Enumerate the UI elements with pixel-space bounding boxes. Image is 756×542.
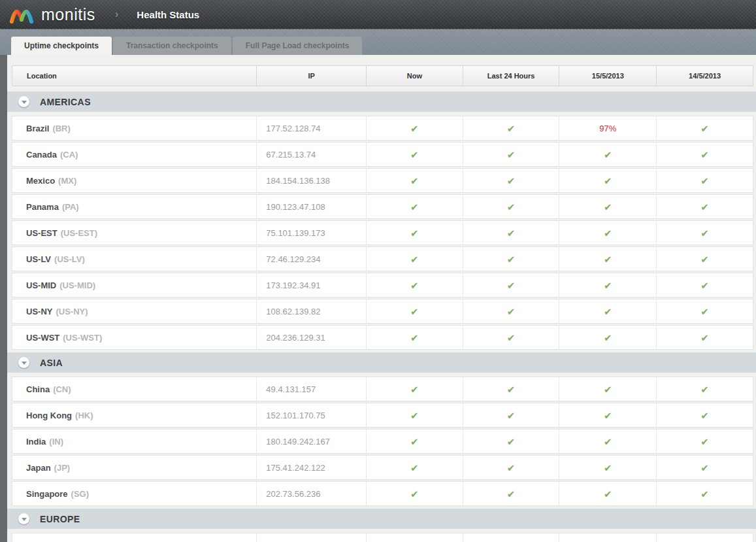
status-cell: ✔ (656, 169, 753, 192)
status-cell: ✔ (366, 456, 463, 479)
column-header-date-15-5-2013: 15/5/2013 (559, 66, 656, 86)
status-cell: ✔ (559, 377, 656, 401)
status-cell: ✔ (366, 169, 463, 192)
status-ok-check-icon: ✔ (700, 411, 709, 420)
status-cell: ✔ (559, 326, 656, 349)
status-cell: ✔ (366, 377, 463, 401)
tab-uptime-checkpoints[interactable]: Uptime checkpoints (11, 37, 112, 55)
status-ok-check-icon: ✔ (700, 202, 709, 212)
location-code: (CA) (60, 150, 78, 160)
status-ok-check-icon: ✔ (410, 202, 419, 212)
status-ok-check-icon: ✔ (700, 228, 709, 238)
status-ok-check-icon: ✔ (700, 333, 709, 343)
tab-transaction-checkpoints[interactable]: Transaction checkpoints (113, 37, 231, 55)
status-ok-check-icon: ✔ (700, 254, 709, 264)
checkpoint-tabbar: Uptime checkpoints Transaction checkpoin… (0, 29, 756, 55)
location-name: US-EST (26, 228, 58, 238)
ip-address: 190.123.47.108 (266, 202, 325, 212)
ip-address: 175.41.242.122 (266, 463, 325, 473)
ip-address: 49.4.131.157 (266, 384, 316, 394)
status-cell: ✔ (559, 482, 656, 505)
location-cell: Canada(CA) (12, 143, 256, 166)
ip-cell: 67.215.13.74 (256, 143, 366, 166)
collapse-toggle-button[interactable] (18, 357, 29, 368)
health-status-screen: monitis › Health Status Uptime checkpoin… (0, 0, 756, 542)
location-cell: China(CN) (12, 377, 256, 401)
status-cell (559, 534, 656, 542)
status-cell: ✔ (366, 143, 463, 166)
collapse-toggle-button[interactable] (18, 96, 29, 107)
ip-cell: 177.52.128.74 (256, 116, 366, 140)
status-ok-check-icon: ✔ (507, 437, 516, 447)
location-name: Panama (26, 202, 59, 212)
status-cell: ✔ (656, 143, 753, 166)
table-row (12, 533, 753, 542)
brand-text: monitis (41, 5, 95, 24)
top-header-bar: monitis › Health Status (0, 0, 756, 29)
location-name: Canada (26, 150, 57, 160)
status-ok-check-icon: ✔ (700, 384, 709, 394)
status-cell: ✔ (366, 195, 463, 218)
status-ok-check-icon: ✔ (507, 228, 516, 238)
table-row: India(IN)180.149.242.167✔✔✔✔ (12, 429, 753, 454)
status-cell: ✔ (366, 299, 463, 323)
chevron-down-icon (22, 101, 27, 104)
status-cell: ✔ (366, 221, 463, 245)
status-ok-check-icon: ✔ (410, 124, 419, 133)
ip-cell (256, 534, 366, 542)
status-cell: ✔ (559, 299, 656, 323)
ip-address: 184.154.136.138 (266, 176, 330, 186)
status-ok-check-icon: ✔ (604, 489, 612, 499)
collapse-toggle-button[interactable] (18, 513, 29, 524)
table-row: Mexico(MX)184.154.136.138✔✔✔✔ (12, 168, 753, 193)
status-cell: ✔ (656, 482, 753, 505)
status-ok-check-icon: ✔ (507, 202, 516, 212)
section-title: ASIA (40, 358, 63, 368)
ip-address: 204.236.129.31 (266, 333, 325, 343)
monitis-logo[interactable]: monitis (8, 5, 95, 24)
status-cell: ✔ (656, 456, 753, 479)
location-name: Singapore (26, 489, 68, 499)
table-header-row: Location IP Now Last 24 Hours 15/5/2013 … (12, 65, 753, 86)
column-header-ip: IP (256, 66, 366, 86)
status-ok-check-icon: ✔ (410, 411, 419, 420)
table-row: Brazil(BR)177.52.128.74✔✔97%✔ (12, 116, 753, 141)
status-cell: ✔ (559, 403, 656, 427)
ip-address: 180.149.242.167 (266, 437, 330, 447)
section-header-europe[interactable]: EUROPE (7, 509, 756, 529)
status-ok-check-icon: ✔ (700, 176, 709, 186)
status-cell: ✔ (463, 326, 559, 349)
ip-cell: 152.101.170.75 (256, 403, 366, 427)
status-ok-check-icon: ✔ (604, 254, 612, 264)
section-header-asia[interactable]: ASIA (7, 352, 756, 373)
status-cell: ✔ (463, 116, 559, 140)
ip-address: 173.192.34.91 (266, 280, 320, 290)
status-cell: ✔ (463, 195, 559, 218)
status-ok-check-icon: ✔ (604, 280, 612, 290)
status-ok-check-icon: ✔ (507, 384, 516, 394)
status-ok-check-icon: ✔ (700, 489, 709, 499)
ip-cell: 49.4.131.157 (256, 377, 366, 401)
ip-address: 177.52.128.74 (266, 124, 320, 133)
location-code: (HK) (75, 411, 93, 420)
section-header-americas[interactable]: AMERICAS (7, 92, 756, 112)
section-title: AMERICAS (40, 97, 91, 107)
location-code: (US-WST) (63, 333, 102, 343)
status-cell: ✔ (463, 247, 559, 271)
status-ok-check-icon: ✔ (604, 176, 612, 186)
location-code: (US-NY) (56, 307, 88, 316)
status-cell: ✔ (463, 273, 559, 297)
chevron-down-icon (22, 518, 27, 521)
status-cell: ✔ (463, 377, 559, 401)
location-name: US-MID (26, 280, 56, 290)
location-name: Japan (26, 463, 51, 473)
status-cell: ✔ (559, 430, 656, 453)
location-cell: Singapore(SG) (12, 482, 256, 505)
ip-cell: 190.123.47.108 (256, 195, 366, 218)
page-title: Health Status (137, 9, 199, 20)
chevron-down-icon (22, 362, 27, 365)
status-cell: ✔ (366, 116, 463, 140)
tab-full-page-load-checkpoints[interactable]: Full Page Load checkpoints (233, 37, 363, 55)
location-name: US-WST (26, 333, 59, 343)
column-header-date-14-5-2013: 14/5/2013 (656, 66, 753, 86)
